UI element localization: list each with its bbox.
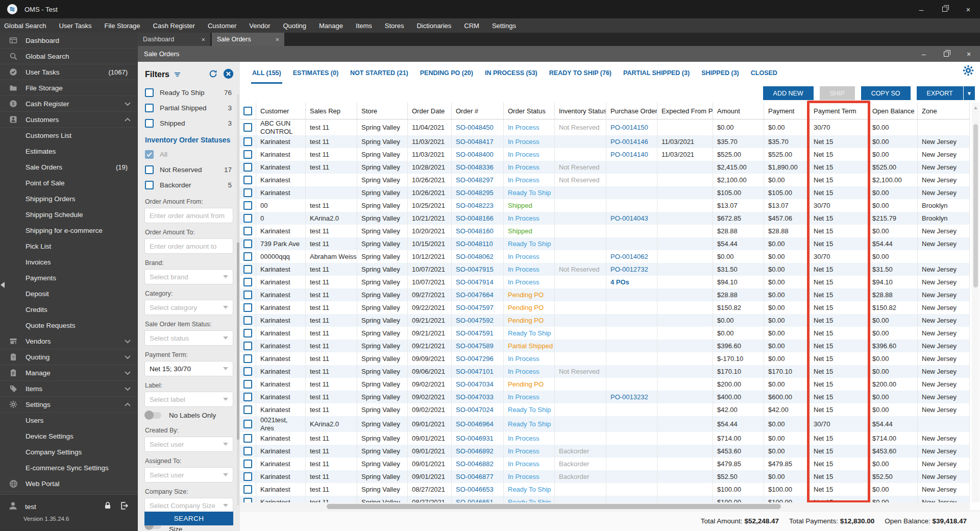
order-link[interactable]: SO-0048166 [456, 214, 494, 222]
row-checkbox[interactable] [243, 405, 252, 414]
table-row[interactable]: 0KArina2.0Spring Valley10/21/2021SO-0048… [240, 212, 970, 225]
row-checkbox[interactable] [243, 163, 252, 172]
sidebar-item-credits[interactable]: Credits [0, 302, 138, 318]
filter-option-ready-to-ship[interactable]: Ready To Ship76 [138, 85, 240, 100]
row-checkbox[interactable] [243, 291, 252, 299]
sidebar-item-dashboard[interactable]: Dashboard [0, 33, 138, 49]
payment-term-select[interactable]: Net 15; 30/70 [144, 361, 233, 376]
sidebar-item-customers-list[interactable]: Customers List [0, 128, 138, 143]
row-checkbox[interactable] [243, 354, 252, 363]
po-link[interactable]: PO-0014043 [610, 214, 648, 222]
row-checkbox[interactable] [243, 252, 252, 261]
order-amount-from-input[interactable] [144, 208, 233, 223]
order-amount-to-input[interactable] [144, 238, 233, 254]
sidebar-item-invoices[interactable]: Invoices [0, 254, 138, 270]
table-row[interactable]: KarinatestSpring Valley10/26/2021SO-0048… [240, 174, 970, 186]
header-cell-payment-term[interactable]: Payment Term [810, 103, 868, 119]
order-link[interactable]: SO-0046931 [456, 435, 494, 442]
minimize-icon[interactable]: – [910, 0, 933, 18]
table-row[interactable]: Karinatesttest 11Spring Valley09/01/2021… [240, 432, 970, 445]
doc-tab-dashboard[interactable]: Dashboard× [138, 33, 210, 46]
row-checkbox[interactable] [243, 214, 252, 223]
po-link[interactable]: 4 POs [610, 278, 629, 286]
order-link[interactable]: SO-0047597 [456, 304, 494, 311]
menu-item-file-storage[interactable]: File Storage [104, 22, 140, 30]
header-cell-purchase-order[interactable]: Purchase Order # [606, 103, 657, 119]
export-button[interactable]: EXPORT [917, 86, 963, 100]
ship-button[interactable]: SHIP [820, 86, 855, 100]
order-link[interactable]: SO-0047664 [456, 291, 494, 299]
table-row[interactable]: 0021test, AresKArina2.0Spring Valley09/0… [240, 416, 970, 432]
horizontal-scrollbar[interactable] [240, 502, 970, 510]
scroll-up-icon[interactable]: ▲ [973, 105, 978, 110]
sidebar-item-estimates[interactable]: Estimates [0, 143, 138, 159]
row-checkbox[interactable] [243, 316, 252, 325]
sidebar-item-shipping-orders[interactable]: Shipping Orders [0, 191, 138, 207]
table-row[interactable]: Karinatesttest 11Spring Valley09/21/2021… [240, 314, 970, 327]
header-cell-order[interactable]: Order # [452, 103, 504, 119]
close-icon[interactable]: × [957, 0, 980, 18]
sidebar-item-sale-orders[interactable]: Sale Orders(19) [0, 159, 138, 175]
tab-partial-shipped-3[interactable]: PARTIAL SHIPPED (3) [622, 69, 691, 84]
sidebar-item-quoting[interactable]: ?Quoting [0, 349, 138, 365]
sidebar-item-device-settings[interactable]: Device Settings [0, 428, 138, 444]
mdi-restore-icon[interactable] [935, 46, 958, 62]
search-button[interactable]: SEARCH [144, 512, 233, 525]
filter-option-shipped[interactable]: Shipped3 [138, 115, 240, 131]
menu-item-global-search[interactable]: Global Search [4, 22, 46, 30]
table-row[interactable]: Karinatesttest 11Spring Valley08/27/2021… [240, 483, 970, 496]
tab-ready-to-ship-76[interactable]: READY TO SHIP (76) [548, 69, 612, 84]
menu-item-vendor[interactable]: Vendor [249, 22, 270, 30]
table-row[interactable]: Karinatesttest 11Spring Valley10/28/2021… [240, 161, 970, 174]
row-checkbox[interactable] [243, 201, 252, 210]
sidebar-item-cash-register[interactable]: $Cash Register [0, 96, 138, 112]
table-row[interactable]: KarinatestSpring Valley10/26/2021SO-0048… [240, 186, 970, 199]
row-checkbox[interactable] [243, 460, 252, 468]
menu-item-stores[interactable]: Stores [385, 22, 404, 30]
created-by-select[interactable]: Select user [144, 437, 233, 452]
checkbox[interactable] [145, 119, 154, 128]
sidebar-item-settings[interactable]: Settings [0, 397, 138, 413]
sidebar-item-shipping-for-e-commerce[interactable]: Shipping for e-commerce [0, 223, 138, 238]
tab-closed[interactable]: CLOSED [750, 69, 778, 84]
po-link[interactable]: PO-0014146 [610, 138, 648, 146]
category-select[interactable]: Select category [144, 300, 233, 315]
order-link[interactable]: SO-0047592 [456, 317, 494, 324]
table-row[interactable]: Karinatesttest 11Spring Valley10/07/2021… [240, 276, 970, 288]
company-size-select[interactable]: Select Company Size [144, 498, 233, 513]
export-dropdown-caret-icon[interactable]: ▾ [964, 86, 975, 100]
menu-item-customer[interactable]: Customer [208, 22, 236, 30]
row-checkbox[interactable] [243, 137, 252, 146]
header-cell-sales-rep[interactable]: Sales Rep [306, 103, 357, 119]
order-link[interactable]: SO-0046653 [456, 486, 494, 493]
vertical-scrollbar[interactable]: ▲ [972, 103, 979, 502]
logout-icon[interactable] [120, 501, 129, 512]
sidebar-item-pick-list[interactable]: Pick List [0, 238, 138, 254]
filters-scrollbar-thumb[interactable] [237, 243, 239, 440]
table-row[interactable]: Karinatesttest 11Spring Valley09/09/2021… [240, 352, 970, 365]
order-link[interactable]: SO-0048062 [456, 253, 494, 260]
clear-filters-icon[interactable] [223, 68, 234, 81]
table-row[interactable]: Karinatesttest 11Spring Valley11/03/2021… [240, 135, 970, 148]
tab-in-process-53[interactable]: IN PROCESS (53) [484, 69, 538, 84]
row-checkbox[interactable] [243, 227, 252, 235]
order-link[interactable]: SO-0047101 [456, 368, 494, 375]
row-checkbox[interactable] [243, 393, 252, 401]
header-cell-amount[interactable]: Amount [713, 103, 764, 119]
menu-item-cash-register[interactable]: Cash Register [153, 22, 195, 30]
row-checkbox[interactable] [243, 380, 252, 389]
order-link[interactable]: SO-0046877 [456, 473, 494, 480]
po-link[interactable]: PO-0012732 [610, 266, 648, 273]
menu-item-settings[interactable]: Settings [492, 22, 516, 30]
assigned-to-select[interactable]: Select user [144, 467, 233, 482]
vertical-scrollbar-thumb[interactable] [973, 124, 978, 287]
tab-all-155[interactable]: ALL (155) [251, 69, 282, 84]
checkbox[interactable] [145, 165, 154, 174]
close-icon[interactable]: × [201, 36, 205, 43]
table-row[interactable]: 739 Park Avetest 11Spring Valley10/15/20… [240, 237, 970, 250]
table-row[interactable]: Karinatesttest 11Spring Valley08/27/2021… [240, 496, 970, 502]
row-checkbox[interactable] [243, 472, 252, 481]
row-checkbox[interactable] [243, 123, 252, 132]
table-row[interactable]: Karinatesttest 11Spring Valley09/22/2021… [240, 301, 970, 314]
header-cell-open-balance[interactable]: Open Balance [868, 103, 918, 119]
